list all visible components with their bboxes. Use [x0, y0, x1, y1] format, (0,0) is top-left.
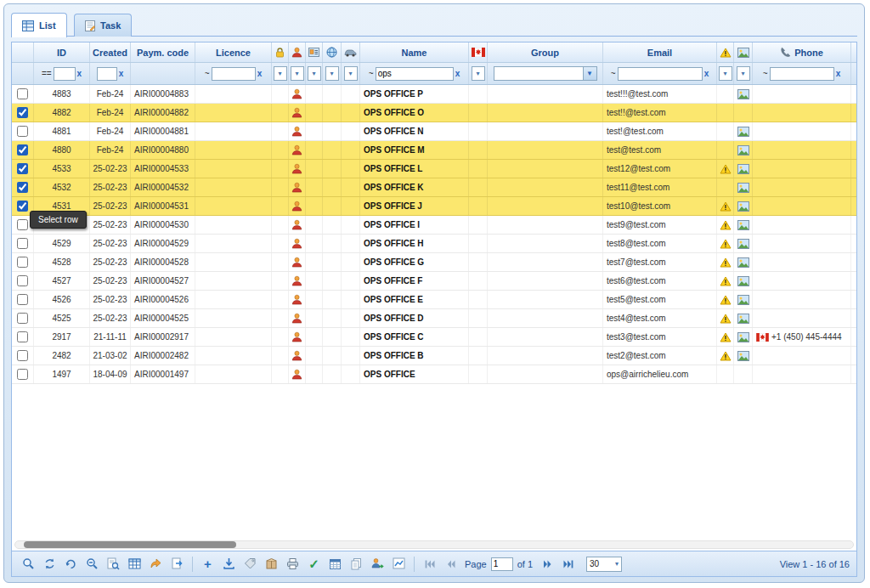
- calendar-button[interactable]: [325, 554, 345, 574]
- next-page-button[interactable]: [537, 554, 556, 574]
- header-paym-code[interactable]: Paym. code: [131, 42, 195, 62]
- table-row[interactable]: 1497 18-04-09 AIRI00001497 OPS OFFICE op…: [12, 365, 856, 384]
- zoom-out-button[interactable]: [82, 554, 102, 574]
- table-row[interactable]: 2917 21-11-11 AIRI00002917 OPS OFFICE C …: [12, 328, 856, 347]
- share-button[interactable]: [146, 554, 166, 574]
- row-checkbox[interactable]: [17, 257, 28, 268]
- car-filter-select[interactable]: ▾: [344, 66, 358, 81]
- table-row[interactable]: 4530 25-02-23 AIRI00004530 OPS OFFICE I …: [12, 216, 856, 235]
- created-filter-clear[interactable]: x: [119, 69, 124, 78]
- row-checkbox[interactable]: [17, 126, 28, 137]
- row-checkbox[interactable]: [17, 163, 28, 174]
- header-created[interactable]: Created: [90, 42, 131, 62]
- table-row[interactable]: 4881 Feb-24 AIRI00004881 OPS OFFICE N te…: [12, 122, 856, 141]
- preview-button[interactable]: [104, 554, 123, 574]
- chart-button[interactable]: [389, 554, 409, 574]
- row-checkbox[interactable]: [17, 331, 28, 342]
- email-filter-input[interactable]: [618, 67, 703, 81]
- header-photo-column[interactable]: [734, 42, 753, 62]
- table-row[interactable]: 4529 25-02-23 AIRI00004529 OPS OFFICE H …: [12, 235, 856, 253]
- row-checkbox[interactable]: [17, 275, 28, 286]
- confirm-button[interactable]: ✓: [304, 554, 324, 574]
- download-button[interactable]: [219, 554, 239, 574]
- table-view-button[interactable]: [125, 554, 144, 574]
- table-row[interactable]: 4525 25-02-23 AIRI00004525 OPS OFFICE D …: [12, 309, 856, 328]
- table-row[interactable]: 4527 25-02-23 AIRI00004527 OPS OFFICE F …: [12, 272, 856, 291]
- row-checkbox[interactable]: [17, 369, 28, 380]
- table-row[interactable]: 4528 25-02-23 AIRI00004528 OPS OFFICE G …: [12, 253, 856, 272]
- add-button[interactable]: +: [198, 554, 218, 574]
- table-row[interactable]: 4526 25-02-23 AIRI00004526 OPS OFFICE E …: [12, 291, 856, 309]
- row-checkbox[interactable]: [17, 107, 28, 118]
- search-button[interactable]: [19, 554, 38, 574]
- cell-paym-code: AIRI00004526: [131, 291, 195, 308]
- user-export-button[interactable]: [368, 554, 387, 574]
- lock-filter-select[interactable]: ▾: [274, 66, 287, 81]
- phone-filter-input[interactable]: [770, 67, 834, 81]
- header-car-column[interactable]: [342, 42, 360, 62]
- row-checkbox[interactable]: [17, 238, 28, 249]
- header-email[interactable]: Email: [603, 42, 717, 62]
- header-person-column[interactable]: [289, 42, 306, 62]
- page-size-select[interactable]: 30▾: [586, 557, 622, 572]
- tab-list[interactable]: List: [11, 13, 67, 37]
- print-button[interactable]: [283, 554, 302, 574]
- group-filter-select[interactable]: ▼: [494, 66, 597, 81]
- table-row[interactable]: 4882 Feb-24 AIRI00004882 OPS OFFICE O te…: [12, 104, 856, 122]
- refresh-button[interactable]: [40, 554, 59, 574]
- name-filter-input[interactable]: [376, 67, 454, 81]
- redo-button[interactable]: [61, 554, 81, 574]
- scrollbar-thumb[interactable]: [24, 541, 236, 548]
- header-licence[interactable]: Licence: [195, 42, 272, 62]
- name-filter-clear[interactable]: x: [455, 69, 460, 78]
- photo-filter-select[interactable]: ▾: [737, 66, 750, 81]
- phone-filter-clear[interactable]: x: [836, 69, 841, 78]
- person-filter-select[interactable]: ▾: [291, 66, 304, 81]
- row-checkbox[interactable]: [17, 294, 28, 305]
- header-globe-column[interactable]: [323, 42, 342, 62]
- row-checkbox[interactable]: [17, 219, 28, 230]
- export-button[interactable]: [167, 554, 187, 574]
- id-filter-clear[interactable]: x: [77, 69, 82, 78]
- table-row[interactable]: 4532 25-02-23 AIRI00004532 OPS OFFICE K …: [12, 178, 856, 197]
- table-row[interactable]: 4880 Feb-24 AIRI00004880 OPS OFFICE M te…: [12, 141, 856, 160]
- globe-filter-select[interactable]: ▾: [325, 66, 339, 81]
- row-checkbox[interactable]: [17, 182, 28, 193]
- package-button[interactable]: [262, 554, 281, 574]
- row-checkbox[interactable]: [17, 313, 28, 324]
- dropdown-trigger[interactable]: ▼: [583, 67, 596, 80]
- id-filter-input[interactable]: [54, 67, 76, 81]
- table-row[interactable]: 2482 21-03-02 AIRI00002482 OPS OFFICE B …: [12, 347, 856, 365]
- warning-filter-select[interactable]: ▾: [719, 66, 732, 81]
- badge-filter-select[interactable]: ▾: [308, 66, 321, 81]
- header-group[interactable]: Group: [488, 42, 603, 62]
- page-input[interactable]: [491, 557, 513, 571]
- header-warning-column[interactable]: [717, 42, 734, 62]
- licence-filter-input[interactable]: [212, 67, 256, 81]
- row-checkbox[interactable]: [17, 88, 28, 99]
- licence-filter-clear[interactable]: x: [257, 69, 263, 78]
- row-checkbox[interactable]: [17, 201, 28, 212]
- header-badge-column[interactable]: [306, 42, 323, 62]
- copy-button[interactable]: [347, 554, 366, 574]
- first-page-button[interactable]: [420, 554, 439, 574]
- horizontal-scrollbar[interactable]: [14, 540, 854, 549]
- created-filter-input[interactable]: [97, 67, 117, 81]
- header-lock-column[interactable]: [272, 42, 289, 62]
- row-checkbox[interactable]: [17, 350, 28, 361]
- row-checkbox[interactable]: [17, 144, 28, 155]
- last-page-button[interactable]: [558, 554, 578, 574]
- prev-page-button[interactable]: [441, 554, 460, 574]
- header-name[interactable]: Name: [360, 42, 469, 62]
- tab-task[interactable]: Task: [74, 14, 132, 37]
- flag-filter-select[interactable]: ▾: [472, 66, 485, 81]
- header-id[interactable]: ID: [34, 42, 90, 62]
- header-flag-column[interactable]: [469, 42, 488, 62]
- table-row[interactable]: 4533 25-02-23 AIRI00004533 OPS OFFICE L …: [12, 160, 856, 178]
- email-filter-clear[interactable]: x: [704, 69, 709, 78]
- header-phone[interactable]: Phone: [753, 42, 851, 62]
- header-select-column[interactable]: [12, 42, 34, 62]
- tag-button[interactable]: [240, 554, 260, 574]
- table-row[interactable]: 4531 25-02-23 AIRI00004531 OPS OFFICE J …: [12, 197, 856, 216]
- table-row[interactable]: 4883 Feb-24 AIRI00004883 OPS OFFICE P te…: [12, 85, 856, 104]
